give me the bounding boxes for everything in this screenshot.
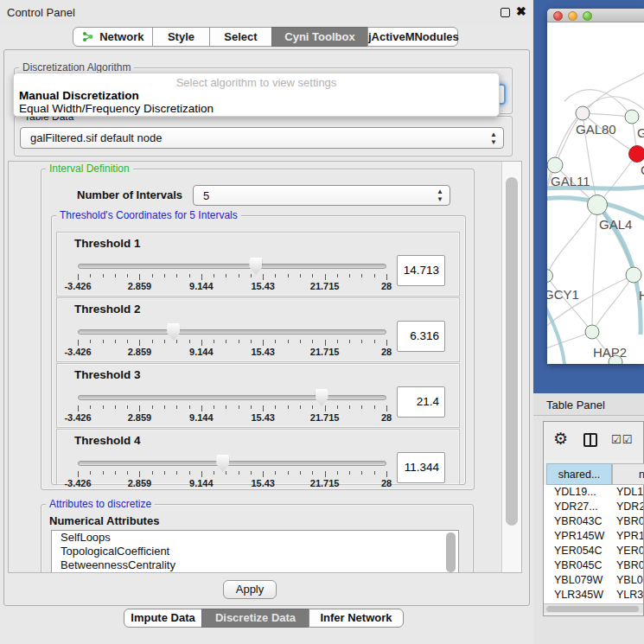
minimize-traffic-light-icon[interactable] — [568, 11, 577, 21]
tab-discretize-data[interactable]: Discretize Data — [201, 609, 309, 628]
slider-tick — [386, 340, 387, 346]
table-hscrollbar-thumb[interactable] — [546, 606, 639, 612]
network-node[interactable] — [588, 195, 608, 215]
apply-button[interactable]: Apply — [223, 580, 277, 599]
network-node-label: HAP2 — [593, 345, 627, 360]
attribute-list-item[interactable]: TopologicalCoefficient — [52, 545, 458, 558]
network-node[interactable] — [585, 325, 599, 339]
network-node[interactable] — [547, 157, 563, 173]
slider-tick — [176, 471, 177, 475]
tab-jactivemnodules[interactable]: jActiveMNodules — [367, 27, 458, 47]
slider-tick — [152, 471, 153, 475]
table-row[interactable]: YDR27...YDR2 — [544, 500, 643, 514]
checkbox-icons[interactable]: ☑☑ — [611, 433, 633, 446]
float-window-icon[interactable] — [501, 8, 510, 17]
settings-scrollbar[interactable] — [501, 162, 521, 572]
threshold-value-field[interactable]: 11.344 — [397, 452, 445, 483]
slider-tick — [164, 471, 165, 475]
slider-tick — [139, 405, 140, 411]
number-of-intervals-label: Number of Intervals — [77, 188, 182, 201]
table-row[interactable]: YBL079WYBL0 — [544, 573, 643, 588]
algorithm-option-equal-width[interactable]: Equal Width/Frequency Discretization — [19, 102, 214, 115]
table-data-combobox[interactable]: galFiltered.sif default node ▲▼ — [20, 127, 504, 149]
tab-jactivemnodules-label: jActiveMNodules — [368, 30, 459, 43]
slider-scale-label: -3.426 — [64, 478, 91, 488]
numerical-attributes-list[interactable]: SelfLoopsTopologicalCoefficientBetweenne… — [51, 530, 459, 573]
network-node[interactable] — [629, 146, 644, 163]
algorithm-option-manual[interactable]: Manual Discretization — [19, 89, 139, 102]
combo-arrows-icon: ▲▼ — [490, 131, 497, 146]
slider-tick — [214, 274, 214, 277]
network-canvas[interactable]: GAL80GACGAL11GAL4GCY1HHAP2 — [547, 23, 644, 364]
attributes-scrollbar-thumb[interactable] — [446, 532, 456, 572]
table-row[interactable]: YBR043CYBR0 — [544, 514, 643, 529]
slider-tick — [263, 471, 264, 477]
slider-tick — [374, 471, 375, 475]
attribute-list-item[interactable]: SelfLoops — [52, 531, 458, 545]
threshold-slider-track[interactable] — [78, 329, 386, 335]
combo-arrows-icon: ▲▼ — [437, 188, 443, 203]
panel-title: Control Panel — [7, 6, 75, 19]
threshold-panel: Threshold 2-3.4262.8599.14415.4321.71528… — [56, 297, 460, 362]
close-icon[interactable]: ✖ — [516, 4, 526, 18]
threshold-slider-track[interactable] — [78, 264, 386, 269]
algorithm-placeholder-item[interactable]: Select algorithm to view settings — [14, 76, 499, 89]
threshold-slider-handle[interactable] — [249, 258, 262, 275]
cell-shared-name: YPR145W — [554, 529, 604, 544]
tab-infer-network[interactable]: Infer Network — [309, 609, 404, 628]
table-row[interactable]: YDL19...YDL1 — [544, 485, 643, 500]
threshold-value-field[interactable]: 14.713 — [397, 255, 445, 286]
slider-scale-label: 2.859 — [128, 281, 152, 291]
settings-scrollbar-thumb[interactable] — [506, 177, 518, 526]
zoom-traffic-light-icon[interactable] — [583, 11, 592, 21]
threshold-slider-handle[interactable] — [216, 455, 229, 472]
attribute-list-item[interactable]: BetweennessCentrality — [52, 558, 458, 572]
tab-infer-network-label: Infer Network — [320, 611, 392, 624]
threshold-value-field[interactable]: 6.316 — [397, 321, 445, 352]
network-icon — [82, 32, 97, 45]
tab-cyni-toolbox-label: Cyni Toolbox — [284, 30, 354, 43]
tab-style[interactable]: Style — [152, 27, 210, 47]
slider-tick — [300, 405, 301, 409]
network-node[interactable] — [626, 267, 641, 283]
slider-tick — [312, 274, 313, 277]
tab-network[interactable]: Network — [73, 27, 153, 47]
slider-tick — [325, 274, 326, 280]
threshold-slider-track[interactable] — [78, 395, 386, 400]
table-row[interactable]: YER054CYER0 — [544, 544, 643, 558]
slider-tick — [90, 405, 91, 409]
column-header-shared[interactable]: shared... — [546, 463, 612, 485]
network-node[interactable] — [576, 106, 590, 120]
table-row[interactable]: YLR345WYLR3 — [544, 588, 643, 603]
slider-tick — [386, 274, 387, 280]
tab-select[interactable]: Select — [209, 27, 272, 47]
close-traffic-light-icon[interactable] — [553, 11, 563, 21]
table-row[interactable]: YBR045CYBR0 — [544, 558, 643, 573]
settings-scrollpane: Interval Definition Number of Intervals … — [8, 161, 522, 573]
tab-cyni-toolbox[interactable]: Cyni Toolbox — [271, 27, 368, 47]
slider-tick — [103, 274, 104, 277]
slider-tick — [164, 340, 165, 343]
column-header-name[interactable]: na... — [612, 463, 644, 485]
tab-impute-data[interactable]: Impute Data — [124, 609, 202, 628]
table-hscrollbar[interactable] — [544, 603, 643, 613]
slider-tick — [275, 471, 276, 475]
number-of-intervals-combobox[interactable]: 5 ▲▼ — [193, 185, 450, 206]
table-row[interactable]: YPR145WYPR1 — [544, 529, 643, 544]
table-panel-titlebar: Table Panel — [533, 393, 644, 416]
slider-tick — [300, 471, 301, 475]
slider-tick — [300, 340, 301, 343]
slider-tick — [251, 340, 252, 343]
columns-icon[interactable] — [583, 433, 597, 447]
network-node[interactable] — [547, 270, 553, 283]
threshold-value-field[interactable]: 21.4 — [397, 386, 445, 418]
gear-icon[interactable]: ⚙ — [553, 429, 568, 449]
threshold-slider-handle[interactable] — [167, 323, 180, 341]
table-rows[interactable]: YDL19...YDL1YDR27...YDR2YBR043CYBR0YPR14… — [544, 485, 643, 603]
slider-tick — [251, 405, 252, 409]
slider-tick — [152, 274, 153, 277]
slider-tick — [90, 471, 91, 475]
network-node[interactable] — [625, 110, 639, 124]
threshold-slider-handle[interactable] — [316, 389, 328, 406]
threshold-slider-track[interactable] — [78, 461, 386, 466]
